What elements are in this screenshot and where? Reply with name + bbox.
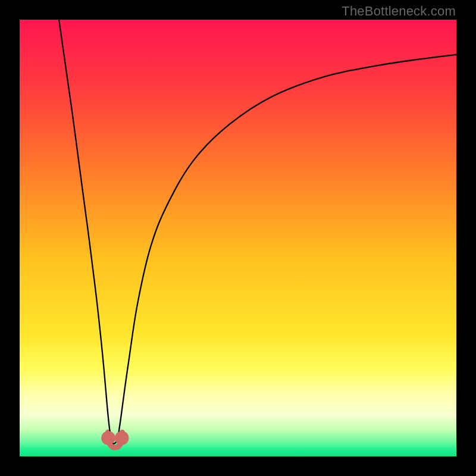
right-dot [115,431,129,444]
chart-svg [20,20,456,456]
plot-area [20,20,456,456]
watermark-text: TheBottleneck.com [342,4,456,19]
left-dot [101,431,115,444]
gradient-background [20,20,456,456]
outer-frame: TheBottleneck.com [0,0,476,476]
